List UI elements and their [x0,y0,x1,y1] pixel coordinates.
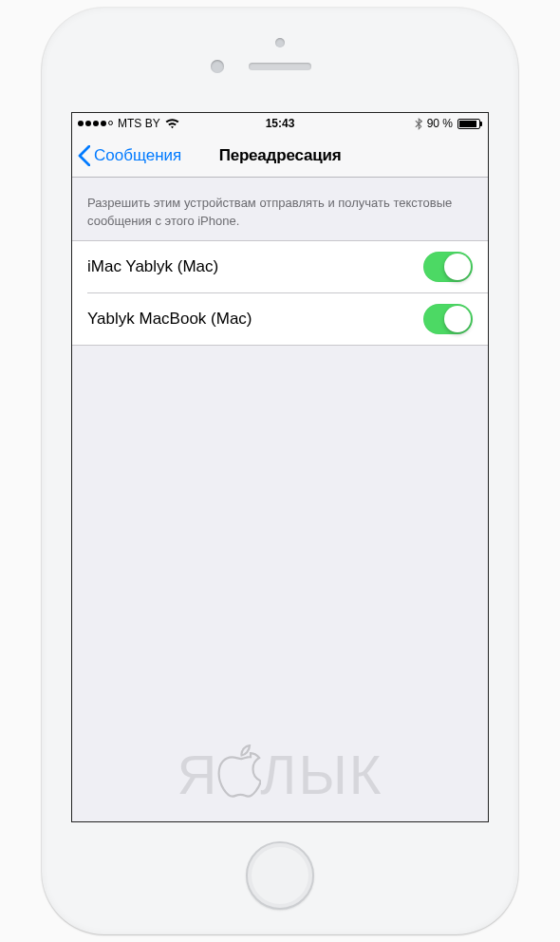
page-title: Переадресация [219,146,342,165]
carrier-label: MTS BY [118,117,160,130]
device-row: Yablyk MacBook (Mac) [72,293,488,345]
watermark-text-pre: Я [177,743,218,806]
back-button[interactable]: Сообщения [78,145,181,166]
apple-logo-icon [217,744,261,798]
proximity-sensor [275,38,285,47]
signal-strength-icon [78,121,113,126]
back-label: Сообщения [94,146,181,165]
earpiece-speaker [249,63,311,70]
chevron-left-icon [78,145,90,166]
battery-percent-label: 90 % [427,117,453,130]
status-bar: MTS BY 15:43 90 % [72,113,488,134]
front-camera [211,60,224,73]
wifi-icon [165,119,179,129]
device-toggle[interactable] [423,304,473,334]
content-area: Разрешить этим устройствам отправлять и … [72,178,488,821]
watermark-text-post: ЛЫК [260,743,383,806]
bluetooth-icon [415,118,422,130]
device-name-label: Yablyk MacBook (Mac) [87,310,252,329]
device-toggle[interactable] [423,252,473,282]
device-row: iMac Yablyk (Mac) [72,241,488,292]
status-clock: 15:43 [266,117,295,130]
battery-icon [457,119,482,129]
iphone-frame: MTS BY 15:43 90 % Сообщения Переадресаци… [42,8,518,934]
home-button[interactable] [246,841,314,910]
watermark: Я ЛЫК [72,743,488,806]
section-description: Разрешить этим устройствам отправлять и … [72,178,488,240]
navigation-bar: Сообщения Переадресация [72,134,488,178]
device-name-label: iMac Yablyk (Mac) [87,257,218,276]
device-list: iMac Yablyk (Mac) Yablyk MacBook (Mac) [72,240,488,346]
screen: MTS BY 15:43 90 % Сообщения Переадресаци… [71,112,489,822]
